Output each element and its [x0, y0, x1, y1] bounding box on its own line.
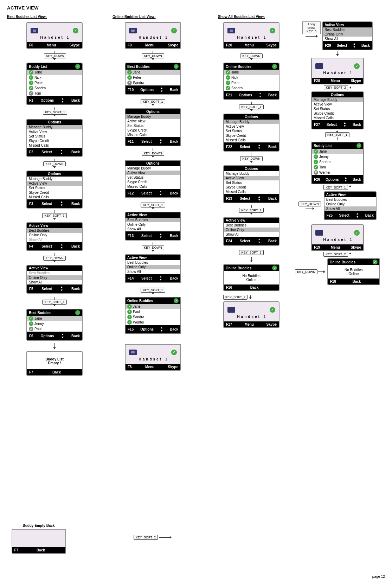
step-f25: KEY_DOWN Active View Best Buddies Online… — [302, 191, 373, 220]
li-nick-f21: ✓Nick — [224, 75, 279, 80]
bar-f12: F12 Select ▲▼ Back — [126, 189, 180, 197]
long-press-f29: Long pressKEY_5 — [302, 21, 321, 34]
bar-f16: F16 Back — [224, 284, 279, 290]
li-jane-f15: ✓Jane — [126, 304, 180, 309]
phone-f24: Active View Best Buddies Online Only Sho… — [223, 217, 279, 246]
av-best-f5: Best Buddies — [27, 271, 82, 275]
phone-f20: ✓ Handset 1 F20 Menu Skype — [223, 22, 279, 49]
av-showall-f13: Show All — [126, 227, 180, 231]
av-best-f4: Best Buddies — [27, 228, 82, 233]
bar-f1: F1 Options ▲▼ Back — [27, 96, 82, 104]
bar-f17: F17 Menu Skype — [224, 321, 279, 327]
bar-f14: F14 Select ▲▼ Back — [126, 274, 180, 282]
page-number: page 12 — [372, 575, 385, 578]
opt-credit-f2: Skype Credit — [27, 139, 82, 143]
bar-f11: F11 Select ▲▼ Back — [126, 137, 180, 146]
arrow-to-f16 — [250, 257, 253, 262]
list-item-peter-f1: ✓Peter — [27, 80, 82, 85]
phone-f0: ✓ Handset 1 F0 Menu Skype — [26, 22, 83, 49]
av-online-f14: Online Only — [126, 265, 180, 269]
phone-f11: Options Manage Buddy Active View Set Sta… — [125, 108, 181, 146]
step-f5: Active View Best Buddies Online Only Sho… — [7, 264, 102, 294]
svg-rect-7 — [230, 30, 233, 32]
list-item-nick-f1: ✓Nick — [27, 75, 82, 80]
arrow-f4-f5: KEY_DOWN — [43, 253, 66, 262]
av-online-f13: Online Only — [126, 222, 180, 227]
key-soft1-row: KEY_SOFT_1 — [239, 250, 263, 255]
bar-f22: F22 Select ▲▼ Back — [224, 142, 279, 151]
phone-buddy-empty: F7 Back — [12, 529, 66, 554]
list-item-jane-f1: ✓Jane — [27, 70, 82, 75]
av-showall-f4: Show All — [27, 237, 82, 242]
phone-f2: Options Manage Buddy Active View Set Sta… — [26, 119, 83, 157]
phone-f7: Buddy ListEmpty ! F7 Back — [26, 351, 83, 376]
bar-f29: F29 Select ▲▼ Back — [323, 41, 372, 50]
list-title-f10: Best Buddies ✓ — [126, 63, 180, 70]
list-title-f1: Buddy List ✓ — [27, 63, 82, 70]
opt-av-f2: Active View — [27, 129, 82, 134]
step-f17: ✓ Handset 1 F17 Menu Skype — [223, 301, 279, 329]
step-f10: Best Buddies ✓ ✓Jane ✓Peter ✗Sandra — [105, 62, 200, 107]
li-sandra-f10: ✗Sandra — [126, 80, 180, 85]
bar-f3: F3 Select ▲▼ Back — [27, 199, 82, 208]
no-buddies-f18: No BuddiesOnline — [328, 265, 379, 279]
list-item-tom-f1: ✓Tom — [27, 91, 82, 96]
bar-f19: F19 Menu Skype — [312, 244, 363, 250]
phone-f21: Online Buddies ✓ ✓Jane ✓Nick ✓Peter — [223, 63, 279, 100]
step-f21: Online Buddies ✓ ✓Jane ✓Nick ✓Peter — [204, 62, 299, 112]
phone-f12: Options Manage Buddy Active View Set Sta… — [125, 160, 181, 198]
li-jenny-f6: ✓Jenny — [27, 321, 82, 326]
phone-f19: ✓ Handset 1 F19 Menu Skype — [311, 224, 364, 251]
arrow-f12-f13: KEY_SOFT_1 — [141, 200, 165, 209]
arrow-f14-f15: KEY_SOFT_1 — [141, 285, 165, 294]
step-f14: Active View Best Buddies Online Only Sho… — [105, 254, 200, 295]
li-peter-f10: ✓Peter — [126, 75, 180, 80]
phone-f13: Active View Best Buddies Online Only Sho… — [125, 212, 181, 241]
opt-status-f3: Set Status — [27, 186, 82, 190]
li-jenny-f26: ✓Jenny — [312, 154, 363, 159]
step-f7: Buddy ListEmpty ! F7 Back — [7, 350, 102, 377]
svg-rect-10 — [317, 231, 322, 235]
opt-status-f2: Set Status — [27, 134, 82, 139]
list-title-f21: Online Buddies ✓ — [224, 63, 279, 70]
phone-f15: Online Buddies ✓ ✓Jane ✓Paul ✓Sandra — [125, 297, 181, 334]
av-best-f13: Best Buddies — [126, 218, 180, 222]
header-online-buddies: Online Buddies List View: — [113, 15, 186, 19]
bar-f2: F2 Select ▲▼ Back — [27, 148, 82, 156]
phone-f8: ✓ Handset 1 F8 Menu Skype — [125, 344, 181, 371]
handset-label-f0: Handset — [40, 36, 64, 39]
bar-f26: F26 Options ▲▼ Back — [312, 175, 363, 184]
step-f16: Online Buddies ✓ No BuddiesOnline F16 Ba… — [223, 263, 279, 292]
av-online-f24: Online Only — [224, 228, 279, 232]
step-f19: ✓ Handset 1 F19 Menu Skype KEY_SOFT_ — [295, 224, 380, 257]
bar-f15: F15 Options ▲▼ Back — [126, 325, 180, 333]
phone-f1: Buddy List ✓ ✓Jane ✓Nick ✓Peter — [26, 63, 83, 105]
no-buddies-f16: No BuddiesOnline — [224, 271, 279, 284]
f17-container: KEY_SOFT_2 ✓ — [223, 295, 279, 330]
opt-manage-f2: Manage Buddy — [27, 125, 82, 129]
li-wenfei-f15: ✓Wenfei — [126, 320, 180, 325]
li-jane-f10: ✓Jane — [126, 70, 180, 75]
li-jane-f26: ✓Jane — [312, 149, 363, 154]
back-f1: Back — [71, 98, 80, 102]
bar-f6: F6 Options ▲▼ Back — [27, 332, 82, 340]
f16-flow: KEY_SOFT_1 Online Buddies ✓ No Buddies — [223, 250, 279, 293]
svg-rect-1 — [33, 30, 36, 32]
f0-label: F0 — [29, 43, 33, 47]
f26-key: KEY_SOFT_1 — [323, 185, 351, 190]
step-f0: ✓ Handset 1 F0 Menu Skype — [7, 21, 102, 61]
col-show-all: ✓ Handset 1 F20 Menu Skype — [204, 21, 299, 377]
bar-f24: F24 Select ▲▼ Back — [224, 237, 279, 245]
phone-f18: Online Buddies ✓ No BuddiesOnline F18 Ba… — [327, 258, 380, 285]
arrow-f13-f14: KEY_DOWN — [142, 242, 164, 252]
col-best-buddies: ✓ Handset 1 F0 Menu Skype — [7, 21, 102, 377]
step-f12: Options Manage Buddy Active View Set Sta… — [105, 159, 200, 210]
av-online-f5: Online Only — [27, 275, 82, 280]
av-online-f4: Online Only — [27, 233, 82, 237]
step-f20: ✓ Handset 1 F20 Menu Skype — [204, 21, 299, 61]
arrow-f20-f21: KEY_DOWN — [240, 51, 263, 60]
f1-label: F1 — [29, 98, 33, 102]
arrow-f0-f1: KEY_DOWN — [43, 51, 66, 60]
list-item-sandra-f1: ✓Sandra — [27, 85, 82, 91]
phone-f5: Active View Best Buddies Online Only Sho… — [26, 265, 83, 294]
